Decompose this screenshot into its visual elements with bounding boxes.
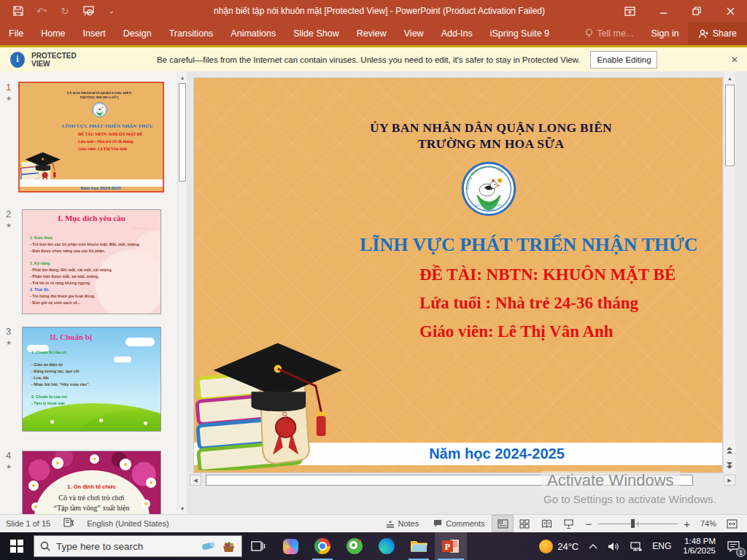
- svg-text:P: P: [445, 542, 450, 552]
- animation-star-icon: ★: [6, 463, 12, 470]
- powerpoint-window: ↶▾ ↻ ⌄ nhận biết tập nói khuôn mặt [Prot…: [0, 0, 747, 560]
- tell-me-box[interactable]: Tell me...: [576, 28, 642, 39]
- powerpoint-taskbar-button[interactable]: P: [435, 532, 467, 560]
- next-slide-button[interactable]: [723, 459, 735, 472]
- zoom-percentage[interactable]: 74%: [696, 519, 721, 528]
- zoom-slider-thumb[interactable]: [631, 519, 635, 528]
- zoom-out-button[interactable]: −: [585, 518, 592, 530]
- scroll-down-icon[interactable]: ▼: [178, 503, 187, 513]
- tab-file[interactable]: File: [0, 22, 32, 45]
- tab-view[interactable]: View: [395, 22, 433, 45]
- tab-ispring[interactable]: iSpring Suite 9: [481, 22, 558, 45]
- tab-insert[interactable]: Insert: [74, 22, 115, 45]
- tab-home[interactable]: Home: [32, 22, 74, 45]
- restore-button[interactable]: [680, 0, 713, 22]
- save-icon[interactable]: [12, 4, 25, 18]
- status-bar: Slide 1 of 15 English (United States) No…: [0, 514, 747, 532]
- share-person-icon: [698, 29, 708, 39]
- copilot-icon: [283, 539, 298, 554]
- undo-icon[interactable]: ↶▾: [35, 4, 48, 18]
- ribbon-display-options-icon[interactable]: [613, 0, 646, 22]
- weather-widget[interactable]: 24°C: [535, 532, 583, 560]
- start-slideshow-icon[interactable]: [82, 4, 95, 18]
- comments-button[interactable]: Comments: [426, 515, 492, 532]
- coccoc-button[interactable]: [338, 532, 371, 560]
- vertical-scrollbar-thumb[interactable]: [725, 85, 735, 166]
- minimize-button[interactable]: [646, 0, 680, 22]
- clock[interactable]: 1:48 PM 1/6/2025: [677, 537, 721, 556]
- tab-design[interactable]: Design: [115, 22, 160, 45]
- thumbnail-slide-2[interactable]: I. Mục đích yêu cầu Winter Story... 1. K…: [22, 209, 161, 314]
- tab-transitions[interactable]: Transitions: [160, 22, 222, 45]
- time-text: 1:48 PM: [684, 537, 716, 545]
- sign-in-button[interactable]: Sign in: [642, 28, 687, 39]
- thumbnail-scrollbar-thumb[interactable]: [179, 83, 186, 182]
- thumbnail-pane-scrollbar[interactable]: ▲ ▼: [177, 71, 187, 514]
- notification-badge: 1: [736, 548, 746, 557]
- close-button[interactable]: [713, 0, 747, 22]
- zoom-slider[interactable]: [597, 519, 678, 528]
- lightbulb-icon: [585, 28, 593, 39]
- file-explorer-button[interactable]: [403, 532, 435, 560]
- slide-sorter-view-button[interactable]: [514, 515, 535, 532]
- task-view-button[interactable]: [242, 532, 274, 560]
- animation-star-icon: ★: [6, 95, 12, 102]
- thumb2-title: I. Mục đích yêu cầu: [23, 214, 160, 222]
- tab-animations[interactable]: Animations: [222, 22, 285, 45]
- slide-canvas[interactable]: ỦY BAN NHÂN DÂN QUẬN LONG BIÊNTRƯỜNG MN …: [194, 78, 722, 472]
- previous-slide-button[interactable]: [723, 443, 735, 456]
- flower-decoration: [90, 454, 99, 464]
- vertical-scrollbar[interactable]: ▲ ▼: [723, 71, 735, 472]
- spellcheck-icon[interactable]: [63, 518, 74, 529]
- protected-view-message: Be careful—files from the Internet can c…: [157, 55, 580, 64]
- notes-button[interactable]: Notes: [379, 515, 427, 532]
- customize-qat-icon[interactable]: ⌄: [105, 4, 118, 18]
- show-hidden-icons-chevron[interactable]: [584, 532, 602, 560]
- thumb2-watermark: Winter Story...: [132, 226, 155, 230]
- school-logo: [461, 161, 516, 217]
- banner-close-icon[interactable]: ✕: [731, 55, 738, 65]
- search-input[interactable]: [56, 541, 196, 552]
- scroll-up-icon[interactable]: ▲: [724, 72, 735, 84]
- enable-editing-button[interactable]: Enable Editing: [590, 51, 657, 69]
- search-icon: [40, 541, 50, 551]
- slideshow-view-button[interactable]: [557, 515, 579, 532]
- scroll-right-icon[interactable]: ▶: [724, 475, 735, 486]
- daisy-decoration: [144, 421, 147, 425]
- mini-school-logo: [92, 102, 107, 117]
- thumbnail-slide-4[interactable]: 1. Ổn định tổ chức Cô và trẻ chơi trò ch…: [22, 451, 161, 514]
- chrome-button[interactable]: [306, 532, 338, 560]
- thumb3-title: II. Chuẩn bị: [23, 332, 119, 341]
- tab-addins[interactable]: Add-Ins: [433, 22, 481, 45]
- normal-view-button[interactable]: [492, 515, 514, 532]
- zoom-in-button[interactable]: +: [684, 518, 690, 530]
- thumbnail-slide-3[interactable]: II. Chuẩn bị 1. Chuẩn bị của cô: - Giáo …: [22, 327, 161, 432]
- cloud-decoration: [114, 357, 131, 362]
- copilot-button[interactable]: [274, 532, 306, 560]
- powerpoint-icon: P: [441, 538, 460, 554]
- thumbnail-slide-1[interactable]: ỦY BAN NHÂN DÂN QUẬN LONG BIÊNTRƯỜNG MN …: [18, 82, 164, 192]
- language-status[interactable]: English (United States): [87, 519, 169, 528]
- reading-view-button[interactable]: [535, 515, 557, 532]
- language-indicator[interactable]: ENG: [648, 532, 676, 560]
- slide-age-group: Lứa tuổi : Nhà trẻ 24-36 tháng: [419, 294, 722, 313]
- start-button[interactable]: [0, 532, 34, 560]
- taskbar-search-box[interactable]: [34, 535, 242, 557]
- edge-button[interactable]: [371, 532, 403, 560]
- notification-center-button[interactable]: 1: [723, 532, 744, 560]
- ribbon-tab-bar: File Home Insert Design Transitions Anim…: [0, 22, 747, 45]
- scroll-left-icon[interactable]: ◀: [190, 475, 201, 486]
- animation-star-icon: ★: [6, 222, 12, 229]
- thumb3-body: 1. Chuẩn bị của cô: - Giáo án điện tử - …: [31, 349, 90, 407]
- network-icon[interactable]: [625, 532, 646, 560]
- tab-slideshow[interactable]: Slide Show: [285, 22, 348, 45]
- scroll-up-icon[interactable]: ▲: [178, 72, 187, 82]
- zoom-controls: − +: [579, 518, 696, 530]
- tab-review[interactable]: Review: [348, 22, 395, 45]
- flower-decoration: [120, 459, 131, 470]
- share-button[interactable]: Share: [688, 22, 747, 45]
- thumbnail-number-4: 4: [6, 450, 11, 461]
- volume-icon[interactable]: [603, 532, 624, 560]
- fit-slide-to-window-button[interactable]: [721, 515, 743, 532]
- redo-icon[interactable]: ↻: [58, 4, 71, 18]
